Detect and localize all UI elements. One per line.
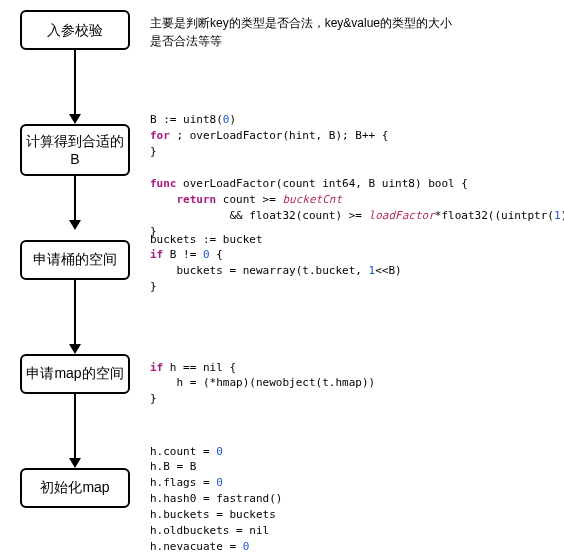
step-box-init-map: 初始化map: [20, 468, 130, 508]
code-block-init-map: h.count = 0 h.B = B h.flags = 0 h.hash0 …: [150, 444, 554, 559]
step-box-validate: 入参校验: [20, 10, 130, 50]
step-label: 申请桶的空间: [33, 250, 117, 268]
step-label: 申请map的空间: [26, 364, 123, 382]
step-box-alloc-buckets: 申请桶的空间: [20, 240, 130, 280]
step-box-alloc-map: 申请map的空间: [20, 354, 130, 394]
step-label: 入参校验: [47, 21, 103, 39]
arrow-down-icon: [69, 394, 81, 468]
arrow-down-icon: [69, 50, 81, 124]
arrow-down-icon: [69, 176, 81, 230]
arrow-down-icon: [69, 280, 81, 354]
code-block-calc-b: B := uint8(0) for ; overLoadFactor(hint,…: [150, 112, 564, 240]
step-label: 初始化map: [40, 478, 109, 496]
step-label: 计算得到合适的B: [26, 132, 124, 168]
step-description: 主要是判断key的类型是否合法，key&value的类型的大小 是否合法等等: [150, 14, 554, 50]
code-block-alloc-buckets: buckets := bucket if B != 0 { buckets = …: [150, 232, 554, 296]
code-block-alloc-map: if h == nil { h = (*hmap)(newobject(t.hm…: [150, 360, 554, 408]
step-box-calc-b: 计算得到合适的B: [20, 124, 130, 176]
